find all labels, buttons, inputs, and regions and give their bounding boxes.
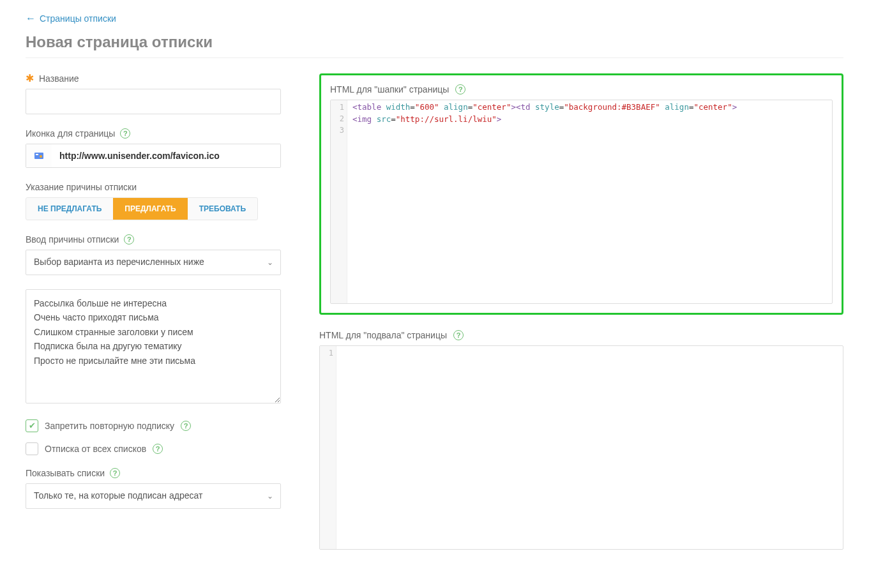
help-icon[interactable]: ?	[124, 234, 134, 245]
header-editor-highlight: HTML для "шапки" страницы ? 123 <table w…	[319, 73, 843, 315]
svg-rect-0	[34, 153, 43, 159]
header-html-editor[interactable]: 123 <table width="600" align="center"><t…	[330, 100, 833, 304]
svg-point-2	[40, 155, 42, 158]
name-input[interactable]	[26, 89, 281, 114]
back-link-text: Страницы отписки	[40, 13, 116, 24]
forbid-resubscribe-checkbox[interactable]: ✔	[26, 419, 38, 432]
name-label: Название	[39, 73, 79, 84]
line-gutter: 1	[320, 346, 336, 549]
help-icon[interactable]: ?	[120, 128, 130, 139]
header-editor-label: HTML для "шапки" страницы	[330, 84, 449, 94]
help-icon[interactable]: ?	[453, 330, 464, 340]
help-icon[interactable]: ?	[110, 468, 120, 478]
unsub-all-checkbox[interactable]: ✔	[26, 442, 38, 455]
page-title: Новая страница отписки	[26, 33, 843, 51]
btn-suggest[interactable]: ПРЕДЛАГАТЬ	[113, 198, 187, 220]
reason-prompt-toggle: НЕ ПРЕДЛАГАТЬ ПРЕДЛАГАТЬ ТРЕБОВАТЬ	[26, 197, 258, 220]
unsub-all-label: Отписка от всех списков	[45, 444, 146, 454]
show-lists-label: Показывать списки	[26, 468, 105, 478]
icon-label: Иконка для страницы	[26, 128, 115, 139]
help-icon[interactable]: ?	[455, 84, 465, 94]
btn-require[interactable]: ТРЕБОВАТЬ	[188, 198, 257, 220]
icon-url-field	[26, 144, 281, 168]
reason-input-label: Ввод причины отписки	[26, 234, 119, 245]
back-link[interactable]: ← Страницы отписки	[26, 13, 116, 24]
line-gutter: 123	[331, 100, 347, 303]
reasons-textarea[interactable]	[26, 289, 281, 403]
footer-code-area[interactable]	[336, 346, 843, 549]
arrow-left-icon: ←	[26, 13, 36, 24]
show-lists-select[interactable]: Только те, на которые подписан адресат	[26, 483, 281, 509]
svg-rect-1	[36, 154, 38, 155]
footer-html-editor[interactable]: 1	[319, 345, 843, 550]
favicon-preview-icon	[26, 144, 52, 167]
help-icon[interactable]: ?	[153, 444, 163, 454]
btn-dont-suggest[interactable]: НЕ ПРЕДЛАГАТЬ	[26, 198, 113, 220]
reason-prompt-label: Указание причины отписки	[26, 182, 137, 192]
icon-url-input[interactable]	[52, 144, 280, 167]
forbid-resubscribe-label: Запретить повторную подписку	[45, 421, 174, 431]
help-icon[interactable]: ?	[181, 421, 191, 431]
title-divider	[26, 57, 843, 58]
reason-input-select[interactable]: Выбор варианта из перечисленных ниже	[26, 250, 281, 275]
footer-editor-label: HTML для "подвала" страницы	[319, 330, 447, 340]
header-code-area[interactable]: <table width="600" align="center"><td st…	[347, 100, 832, 303]
required-marker: ✱	[26, 73, 34, 84]
